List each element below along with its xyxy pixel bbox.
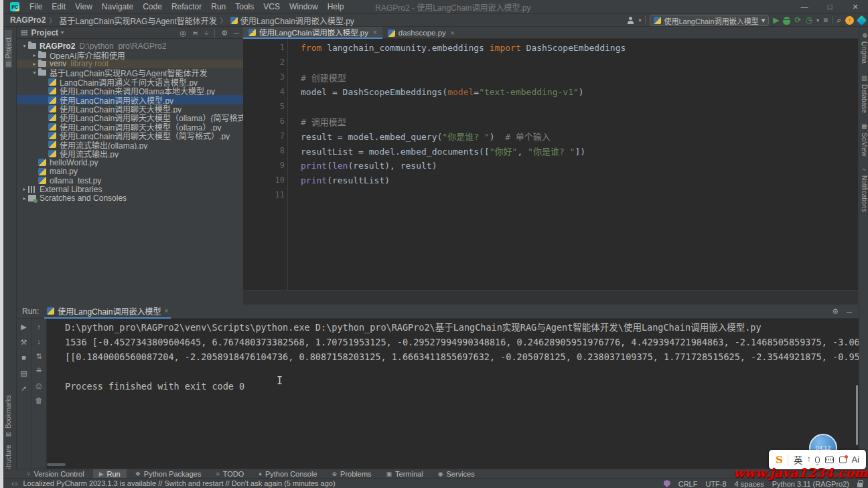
up-stack-trace-icon[interactable]: ↑: [37, 323, 41, 331]
tree-item[interactable]: ▾RAGPro2D:\python_pro\RAGPro2: [17, 42, 243, 50]
tool-stripe-sciview[interactable]: ▦ SciView: [861, 123, 868, 162]
debug-button[interactable]: [783, 17, 790, 25]
code-editor[interactable]: 1from langchain_community.embeddings imp…: [243, 39, 858, 290]
editor-tab[interactable]: 使用LangChain调用嵌入模型.py×: [243, 27, 382, 39]
breadcrumb-project[interactable]: RAGPro2: [10, 15, 46, 25]
expand-all-icon[interactable]: ≍: [192, 29, 198, 37]
horizontal-scrollbar[interactable]: [47, 463, 66, 466]
keyboard-icon[interactable]: [825, 457, 834, 463]
clipboard-icon[interactable]: [839, 457, 847, 463]
code-line[interactable]: 7result = model.embed_query("你是谁? ") # 单…: [243, 129, 858, 143]
tree-item[interactable]: 使用LangChain调用聊天大模型（简写格式）.py: [17, 131, 243, 140]
tree-item[interactable]: ▸Scratches and Consoles: [17, 194, 243, 203]
tree-item[interactable]: 使用LangChain调用嵌入模型.py: [17, 95, 243, 104]
tree-expand-arrow-icon[interactable]: ▸: [31, 61, 38, 67]
inspection-ok-icon[interactable]: ✓: [860, 39, 866, 48]
code-line[interactable]: 4model = DashScopeEmbeddings(model="text…: [243, 84, 858, 99]
pin-tab-icon[interactable]: ➚: [21, 384, 27, 392]
run-configuration-select[interactable]: 使用LangChain调用嵌入模型 ▾: [650, 15, 769, 26]
ime-cursor-icon[interactable]: ⁝: [808, 455, 810, 464]
stop-button[interactable]: ■: [823, 15, 828, 26]
status-message[interactable]: Localized PyCharm 2023.1.3 is available …: [23, 479, 335, 487]
menu-code[interactable]: Code: [138, 0, 167, 14]
ime-ai-button[interactable]: Ai: [851, 455, 859, 465]
tool-stripe-project[interactable]: ▤ Project: [5, 30, 12, 68]
run-tab[interactable]: 使用LangChain调用嵌入模型 ×: [44, 305, 171, 319]
tool-stripe-database[interactable]: ▤ Database: [861, 75, 868, 119]
tool-stripe-lingma[interactable]: ❆ Lingma: [861, 32, 868, 71]
menu-navigate[interactable]: Navigate: [97, 0, 138, 14]
event-log-icon[interactable]: ▭: [11, 480, 17, 487]
soft-wrap-icon[interactable]: ⇅: [35, 352, 42, 360]
console-output[interactable]: D:\python_pro\RAGPro2\venv\Scripts\pytho…: [47, 319, 859, 469]
tree-expand-arrow-icon[interactable]: ▸: [31, 52, 38, 58]
close-button[interactable]: ✕: [843, 0, 868, 14]
close-icon[interactable]: ×: [164, 307, 168, 315]
hide-panel-icon[interactable]: ─: [234, 29, 239, 37]
tree-item[interactable]: ollama_test.py: [17, 176, 243, 185]
toolwindow-button-terminal[interactable]: ▣Terminal: [380, 469, 429, 479]
restore-layout-icon[interactable]: ▤: [20, 369, 27, 377]
line-ending-indicator[interactable]: CRLF: [678, 480, 698, 488]
toolwindow-button-todo[interactable]: ≡TODO: [210, 469, 250, 479]
menu-file[interactable]: File: [25, 0, 47, 14]
rerun-button[interactable]: ▶: [21, 323, 26, 331]
close-icon[interactable]: ×: [373, 29, 377, 36]
code-line[interactable]: 10print(resultList): [243, 173, 858, 187]
menu-window[interactable]: Window: [285, 0, 323, 14]
tree-item[interactable]: 使用LangChain调用聊天大模型（ollama）.py: [17, 123, 243, 131]
menu-run[interactable]: Run: [206, 0, 230, 14]
toolwindow-button-python-packages[interactable]: ❖Python Packages: [129, 469, 208, 479]
ime-language-indicator[interactable]: 英: [794, 453, 802, 466]
stop-button[interactable]: ■: [21, 353, 26, 361]
run-button[interactable]: ▶: [773, 15, 779, 26]
tree-item[interactable]: ▾基于LangChain实现RAG与Agent智能体开发: [17, 68, 243, 77]
code-line[interactable]: 9print(len(result), result): [243, 158, 858, 173]
code-line[interactable]: 1from langchain_community.embeddings imp…: [243, 40, 858, 55]
gear-icon[interactable]: ⚙: [832, 307, 839, 316]
code-line[interactable]: 6# 调用模型: [243, 114, 858, 129]
toolwindow-button-problems[interactable]: ⊕Problems: [326, 469, 378, 479]
tree-item[interactable]: 使用流式输出(ollama).py: [17, 140, 243, 149]
update-available-icon[interactable]: ↑: [845, 16, 854, 25]
user-account-icon[interactable]: [627, 17, 634, 24]
tree-item[interactable]: 使用流式输出.py: [17, 149, 243, 158]
tree-expand-arrow-icon[interactable]: ▸: [21, 195, 28, 201]
menu-help[interactable]: Help: [323, 0, 349, 14]
toolwindow-button-services[interactable]: ◉Services: [432, 469, 481, 479]
tree-item[interactable]: 使用LangChain来调用Ollama本地大模型.py: [17, 86, 243, 95]
microphone-icon[interactable]: [815, 457, 820, 463]
scroll-to-end-icon[interactable]: ≞: [35, 367, 42, 375]
menu-vcs[interactable]: VCS: [259, 0, 285, 14]
code-line[interactable]: 11: [243, 187, 858, 202]
clear-console-icon[interactable]: 🗑: [35, 396, 43, 404]
code-line[interactable]: 3# 创建模型: [243, 70, 858, 84]
code-line[interactable]: 8resultList = model.embed_documents(["你好…: [243, 143, 858, 158]
tree-expand-arrow-icon[interactable]: ▾: [21, 43, 28, 49]
down-stack-trace-icon[interactable]: ↓: [37, 337, 41, 345]
tree-item[interactable]: 使用LangChain调用聊天大模型（ollama）(简写格式).py: [17, 113, 243, 122]
tool-stripe-notifications[interactable]: ♪ Notifications: [861, 166, 868, 220]
gear-icon[interactable]: ⚙: [221, 29, 228, 37]
locate-file-icon[interactable]: ◎: [179, 29, 186, 37]
hide-panel-icon[interactable]: ─: [847, 308, 852, 316]
sogou-logo-icon[interactable]: S: [776, 454, 783, 466]
code-line[interactable]: 2: [243, 55, 858, 70]
menu-edit[interactable]: Edit: [47, 0, 70, 14]
tool-stripe-bookmarks[interactable]: ▥ Bookmarks: [5, 394, 12, 438]
breadcrumb-folder[interactable]: 基于LangChain实现RAG与Agent智能体开发: [59, 15, 216, 26]
toolwindow-button-python-console[interactable]: ♦Python Console: [252, 469, 323, 479]
close-icon[interactable]: ×: [451, 29, 455, 37]
profiler-button[interactable]: ◷: [806, 15, 812, 26]
interpreter-indicator[interactable]: Python 3.11 (RAGPro2): [772, 480, 849, 488]
collapse-all-icon[interactable]: ÷: [204, 29, 208, 37]
indent-indicator[interactable]: 4 spaces: [735, 480, 764, 488]
lock-icon[interactable]: [857, 483, 863, 487]
breadcrumb-file[interactable]: 使用LangChain调用嵌入模型.py: [240, 15, 354, 26]
editor-tab[interactable]: dashscope.py×: [382, 27, 460, 39]
tree-item[interactable]: ▸External Libraries: [17, 185, 243, 193]
code-line[interactable]: 5: [243, 99, 858, 114]
edit-configuration-icon[interactable]: ⚒: [21, 338, 27, 346]
security-shield-icon[interactable]: [664, 480, 670, 487]
tree-item[interactable]: ▸OpenAI库介绍和使用: [17, 50, 243, 59]
